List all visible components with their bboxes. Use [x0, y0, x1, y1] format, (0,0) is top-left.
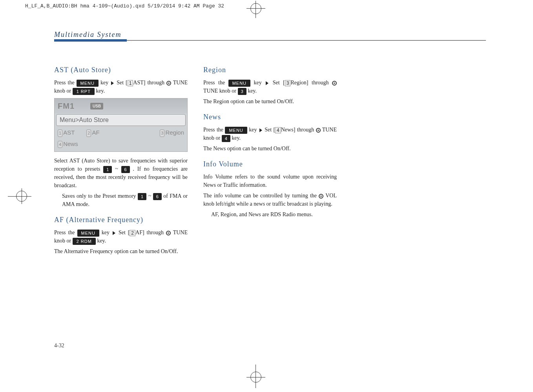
crop-mark-top: [248, 1, 264, 16]
radio-top-row: FM1 USB: [55, 98, 187, 113]
news-header: News: [203, 112, 337, 122]
text: key: [254, 80, 262, 86]
text: Press the: [54, 80, 77, 86]
rpt-button: 1 RPT: [73, 88, 95, 95]
menu-button: MENU: [77, 230, 99, 237]
triangle-right-icon: [111, 81, 114, 85]
content-columns: AST (Auto Store) Press the MENU key Set …: [54, 65, 337, 258]
text: key.: [248, 88, 257, 94]
info-p2: The info volume can be controlled by tur…: [203, 191, 337, 208]
news-desc: The News option can be turned On/Off.: [203, 144, 337, 153]
label: Region: [165, 129, 184, 136]
box-4: 4: [275, 127, 281, 133]
usb-badge: USB: [90, 103, 103, 109]
text: Set [: [273, 80, 285, 86]
title-underline: [54, 39, 486, 42]
preset-6-button: 6: [121, 166, 130, 173]
text: key: [102, 230, 110, 235]
preset-1-button: 1: [103, 166, 112, 173]
text: Set [: [265, 127, 275, 133]
circ-1: 1: [58, 129, 62, 137]
info-p1: Info Volume refers to the sound volume u…: [203, 173, 337, 189]
ast-note: Saves only to the Preset memory 1 ~ 6 of…: [54, 192, 188, 208]
radio-item-news: 4News: [58, 140, 78, 147]
text: Press the: [203, 80, 228, 86]
label: AF: [92, 129, 99, 136]
info-note: AF, Region, and News are RDS Radio menus…: [203, 210, 337, 219]
crop-mark-bottom: [248, 365, 264, 388]
text: ~: [115, 166, 121, 172]
af-header: AF (Alternative Frequency): [54, 215, 188, 225]
text: key.: [97, 238, 106, 244]
text: Saves only to the Preset memory: [62, 193, 138, 199]
num-3-button: 3: [238, 88, 246, 95]
radio-item-ast: 1AST: [58, 128, 75, 137]
num-4-button: 4: [222, 135, 230, 142]
box-3: 3: [285, 80, 291, 86]
rdm-button: 2 RDM: [73, 238, 96, 245]
text: The info volume can be controlled by tur…: [203, 193, 319, 199]
circ-4: 4: [58, 141, 62, 148]
af-press-line: Press the MENU key Set [2AF] through TUN…: [54, 228, 188, 245]
text: Set [: [119, 230, 130, 235]
label: AST: [63, 129, 75, 136]
label: News: [63, 140, 78, 147]
menu-button: MENU: [225, 127, 247, 134]
menu-button: MENU: [228, 80, 250, 87]
text: News] through: [281, 127, 316, 133]
info-volume-header: Info Volume: [203, 159, 337, 170]
radio-display: FM1 USB Menu>Auto Store 1AST 2AF 3Region…: [54, 98, 188, 152]
box-2: 2: [130, 230, 135, 236]
text: key: [100, 80, 108, 86]
text: Region] through: [290, 80, 332, 86]
ast-press-line: Press the MENU key Set [1AST] through TU…: [54, 78, 188, 95]
triangle-right-icon: [113, 231, 115, 235]
text: key: [249, 127, 257, 133]
preset-6-button: 6: [153, 193, 162, 201]
triangle-right-icon: [259, 128, 262, 132]
page-title: Multimedia System: [54, 31, 121, 39]
text: Press the: [203, 127, 225, 133]
page-number: 4-32: [54, 343, 64, 349]
right-column: Region Press the MENU key Set [3Region] …: [203, 65, 337, 258]
file-header: H_LF_A,B_AUDIO:BH hma 4-109~(Audio).qxd …: [25, 3, 224, 9]
text: Set [: [117, 80, 128, 86]
text: key.: [96, 88, 105, 94]
text: key.: [232, 135, 241, 141]
radio-options-row: 1AST 2AF 3Region: [55, 127, 187, 139]
radio-menu-row: Menu>Auto Store: [56, 114, 186, 126]
text: AF] through: [135, 230, 166, 235]
vol-knob-icon: [319, 194, 323, 199]
left-column: AST (Auto Store) Press the MENU key Set …: [54, 65, 188, 258]
circ-2: 2: [86, 129, 91, 137]
tune-knob-icon: [332, 81, 337, 86]
tune-knob-icon: [166, 81, 171, 86]
tune-knob-icon: [166, 231, 171, 235]
crop-mark-left: [12, 188, 31, 204]
region-header: Region: [203, 65, 337, 75]
ast-header: AST (Auto Store): [54, 65, 188, 75]
triangle-right-icon: [266, 81, 268, 85]
region-desc: The Region option can be turned On/Off.: [203, 97, 337, 106]
radio-item-af: 2AF: [86, 128, 99, 137]
text: Press the: [54, 230, 77, 235]
preset-1-button: 1: [138, 193, 146, 201]
tune-knob-icon: [316, 128, 321, 133]
text: ~: [148, 193, 153, 199]
text: AST] through: [133, 80, 166, 86]
ast-desc: Select AST (Auto Store) to save frequenc…: [54, 157, 188, 190]
text: TUNE knob or: [203, 88, 238, 94]
circ-3: 3: [160, 129, 164, 137]
af-desc: The Alternative Frequency option can be …: [54, 247, 188, 255]
news-press-line: Press the MENU key Set [4News] through T…: [203, 126, 337, 142]
menu-button: MENU: [77, 80, 99, 87]
radio-item-region: 3Region: [160, 128, 184, 137]
radio-news-row: 4News: [55, 139, 187, 152]
region-press-line: Press the MENU key Set [3Region] through…: [203, 78, 337, 95]
fm1-label: FM1: [58, 100, 75, 112]
box-1: 1: [128, 80, 133, 86]
